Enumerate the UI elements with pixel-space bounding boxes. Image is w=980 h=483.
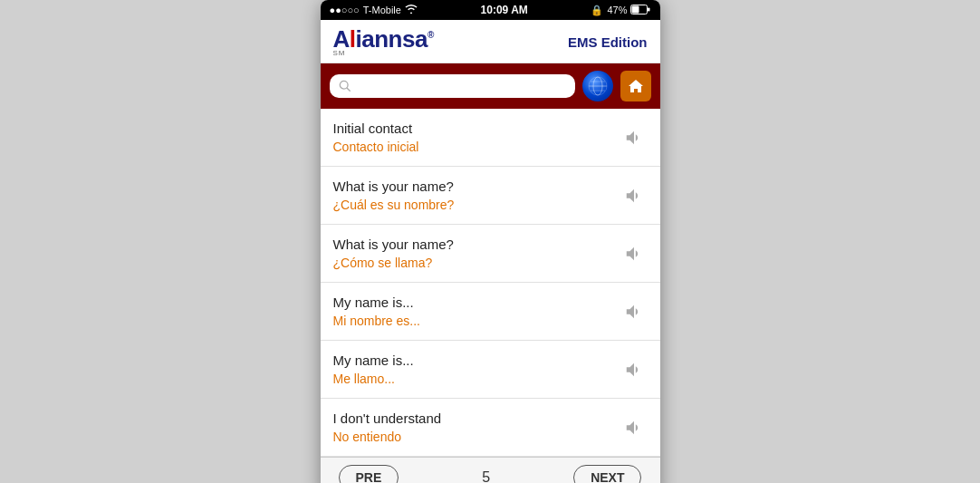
phrase-english: I don't understand	[333, 411, 620, 426]
globe-icon	[588, 76, 608, 96]
speaker-button[interactable]	[620, 240, 648, 267]
phrase-english: What is your name?	[333, 237, 620, 252]
phrase-item[interactable]: I don't understandNo entiendo	[321, 399, 660, 457]
speaker-button[interactable]	[620, 124, 648, 151]
phrase-item[interactable]: My name is...Me llamo...	[321, 341, 660, 399]
search-input-wrap[interactable]	[330, 74, 575, 98]
status-right: 🔒 47%	[591, 5, 650, 16]
phrase-list: Initial contactContacto inicial What is …	[321, 109, 660, 457]
search-icon	[339, 80, 351, 92]
phrase-text-col: I don't understandNo entiendo	[333, 411, 620, 444]
speaker-button[interactable]	[620, 414, 648, 441]
speaker-icon	[624, 186, 644, 206]
speaker-icon	[624, 302, 644, 322]
status-left: ●●○○○ T-Mobile	[330, 5, 418, 15]
wifi-icon	[405, 5, 418, 15]
speaker-button[interactable]	[620, 298, 648, 325]
phrase-text-col: My name is...Mi nombre es...	[333, 295, 620, 328]
page-number: 5	[482, 469, 490, 483]
speaker-icon	[624, 244, 644, 264]
phrase-english: My name is...	[333, 295, 620, 310]
phrase-item[interactable]: What is your name?¿Cómo se llama?	[321, 225, 660, 283]
home-icon	[628, 78, 644, 94]
phone-frame: ●●○○○ T-Mobile 10:09 AM 🔒 47%	[321, 0, 660, 483]
speaker-button[interactable]	[620, 182, 648, 209]
app-header: Aliannsa® SM EMS Edition	[321, 20, 660, 63]
globe-button[interactable]	[582, 71, 613, 101]
lock-icon: 🔒	[591, 5, 603, 16]
search-input[interactable]	[357, 79, 566, 93]
next-button[interactable]: NEXT	[573, 465, 641, 483]
edition-label: EMS Edition	[568, 34, 648, 50]
status-bar: ●●○○○ T-Mobile 10:09 AM 🔒 47%	[321, 0, 660, 20]
phrase-item[interactable]: My name is...Mi nombre es...	[321, 283, 660, 341]
phrase-spanish: ¿Cómo se llama?	[333, 256, 620, 270]
logo-text: Aliannsa®	[333, 27, 434, 51]
carrier-label: T-Mobile	[363, 5, 401, 15]
search-bar	[321, 63, 660, 109]
phrase-text-col: Initial contactContacto inicial	[333, 121, 620, 154]
speaker-icon	[624, 418, 644, 438]
phrase-spanish: Mi nombre es...	[333, 314, 620, 328]
phrase-text-col: What is your name?¿Cómo se llama?	[333, 237, 620, 270]
svg-rect-2	[648, 7, 650, 11]
logo-area: Aliannsa® SM	[333, 27, 434, 57]
phrase-text-col: My name is...Me llamo...	[333, 353, 620, 386]
svg-line-4	[347, 88, 350, 91]
phrase-spanish: Contacto inicial	[333, 140, 620, 154]
signal-dots: ●●○○○	[330, 5, 360, 15]
svg-marker-10	[629, 80, 643, 92]
phrase-item[interactable]: Initial contactContacto inicial	[321, 109, 660, 167]
phrase-text-col: What is your name?¿Cuál es su nombre?	[333, 179, 620, 212]
logo-sub: SM	[333, 49, 434, 57]
phrase-item[interactable]: What is your name?¿Cuál es su nombre?	[321, 167, 660, 225]
prev-button[interactable]: PRE	[339, 465, 399, 483]
svg-rect-1	[632, 5, 639, 13]
battery-icon	[630, 5, 650, 16]
speaker-icon	[624, 128, 644, 148]
phrase-spanish: No entiendo	[333, 430, 620, 444]
speaker-icon	[624, 360, 644, 380]
speaker-button[interactable]	[620, 356, 648, 383]
phrase-spanish: Me llamo...	[333, 372, 620, 386]
bottom-nav: PRE 5 NEXT	[321, 457, 660, 483]
battery-percent: 47%	[607, 5, 627, 15]
status-time: 10:09 AM	[481, 4, 528, 16]
home-button[interactable]	[620, 71, 651, 101]
phrase-english: My name is...	[333, 353, 620, 368]
phrase-english: What is your name?	[333, 179, 620, 194]
phrase-english: Initial contact	[333, 121, 620, 136]
phrase-spanish: ¿Cuál es su nombre?	[333, 198, 620, 212]
